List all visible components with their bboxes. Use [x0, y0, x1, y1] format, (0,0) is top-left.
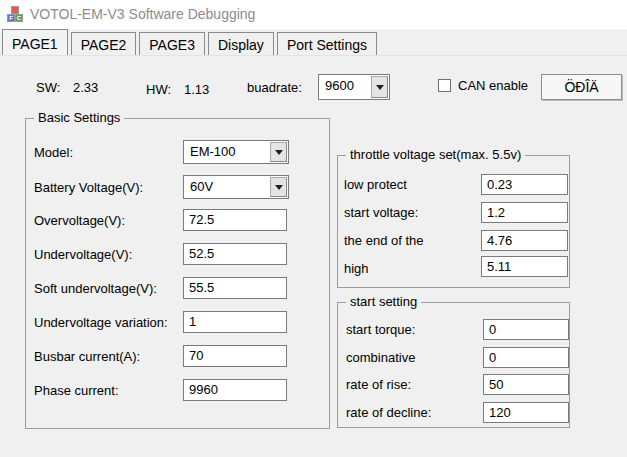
soft-undervoltage-input[interactable]: 55.5 — [183, 277, 287, 299]
start-voltage-label: start voltage: — [344, 205, 418, 220]
undervoltage-variation-input[interactable]: 1 — [183, 311, 287, 333]
phase-current-label: Phase current: — [34, 383, 119, 398]
can-enable-label: CAN enable — [458, 78, 528, 93]
tab-bar: PAGE1 PAGE2 PAGE3 Display Port Settings — [0, 29, 627, 55]
tab-port-settings[interactable]: Port Settings — [277, 32, 377, 55]
battery-voltage-dropdown-button[interactable] — [270, 177, 287, 197]
tab-page1[interactable]: PAGE1 — [2, 29, 68, 55]
model-selected-value: EM-100 — [190, 144, 236, 159]
chevron-down-icon — [376, 85, 384, 90]
combinative-input[interactable]: 0 — [483, 347, 569, 368]
sw-label: SW: — [36, 80, 60, 95]
baudrate-select[interactable]: 9600 — [318, 74, 390, 100]
phase-current-input[interactable]: 9960 — [183, 379, 287, 401]
chevron-down-icon — [275, 150, 283, 155]
start-torque-input[interactable]: 0 — [483, 319, 569, 340]
throttle-end-input[interactable]: 4.76 — [481, 230, 568, 251]
model-dropdown-button[interactable] — [270, 142, 287, 162]
chevron-down-icon — [275, 185, 283, 190]
low-protect-input[interactable]: 0.23 — [481, 174, 568, 195]
soft-undervoltage-label: Soft undervoltage(V): — [34, 281, 157, 296]
start-voltage-input[interactable]: 1.2 — [481, 202, 568, 223]
baudrate-selected-value: 9600 — [325, 78, 354, 93]
tab-page2[interactable]: PAGE2 — [71, 32, 137, 55]
app-icon-block-c: C — [15, 14, 23, 22]
basic-settings-title: Basic Settings — [34, 110, 124, 125]
model-select[interactable]: EM-100 — [183, 140, 289, 164]
window-title: VOTOL-EM-V3 Software Debugging — [30, 0, 255, 29]
start-torque-label: start torque: — [346, 322, 415, 337]
busbar-current-input[interactable]: 70 — [183, 345, 287, 367]
model-label: Model: — [34, 145, 73, 160]
hw-value: 1.13 — [184, 82, 209, 97]
undervoltage-label: Undervoltage(V): — [34, 247, 132, 262]
rate-of-decline-label: rate of decline: — [346, 405, 431, 420]
throttle-end-label: the end of the — [344, 233, 424, 248]
battery-voltage-label: Battery Voltage(V): — [34, 180, 143, 195]
start-setting-title: start setting — [346, 294, 421, 309]
undervoltage-variation-label: Undervoltage variation: — [34, 315, 168, 330]
app-icon-block-red — [11, 6, 19, 14]
baudrate-label: buadrate: — [247, 80, 302, 95]
throttle-voltage-group: throttle voltage set(max. 5.5v) low prot… — [337, 155, 570, 288]
rate-of-rise-label: rate of rise: — [346, 377, 411, 392]
titlebar: F C VOTOL-EM-V3 Software Debugging — [0, 0, 627, 29]
overvoltage-label: Overvoltage(V): — [34, 213, 125, 228]
tab-page3[interactable]: PAGE3 — [139, 32, 205, 55]
baudrate-dropdown-button[interactable] — [371, 76, 388, 98]
busbar-current-label: Busbar current(A): — [34, 349, 140, 364]
overvoltage-input[interactable]: 72.5 — [183, 209, 287, 231]
basic-settings-group: Basic Settings Model: EM-100 Battery Vol… — [25, 118, 330, 429]
app-icon-block-f: F — [7, 14, 15, 22]
app-window: F C VOTOL-EM-V3 Software Debugging PAGE1… — [0, 0, 627, 457]
start-setting-group: start setting start torque: 0 combinativ… — [337, 302, 570, 428]
rate-of-decline-input[interactable]: 120 — [483, 402, 569, 423]
low-protect-label: low protect — [344, 177, 407, 192]
tab-underline — [0, 55, 627, 56]
can-enable-checkbox[interactable] — [438, 79, 451, 92]
throttle-high-input[interactable]: 5.11 — [481, 256, 568, 277]
throttle-voltage-title: throttle voltage set(max. 5.5v) — [346, 147, 525, 162]
battery-voltage-selected-value: 60V — [190, 179, 213, 194]
combinative-label: combinative — [346, 350, 415, 365]
sw-value: 2.33 — [73, 80, 98, 95]
undervoltage-input[interactable]: 52.5 — [183, 243, 287, 265]
rate-of-rise-input[interactable]: 50 — [483, 374, 569, 395]
tab-display[interactable]: Display — [208, 32, 274, 55]
battery-voltage-select[interactable]: 60V — [183, 175, 289, 199]
app-icon: F C — [7, 6, 23, 22]
throttle-high-label: high — [344, 261, 369, 276]
language-button[interactable]: ÖÐÎÄ — [541, 74, 622, 100]
hw-label: HW: — [146, 82, 171, 97]
